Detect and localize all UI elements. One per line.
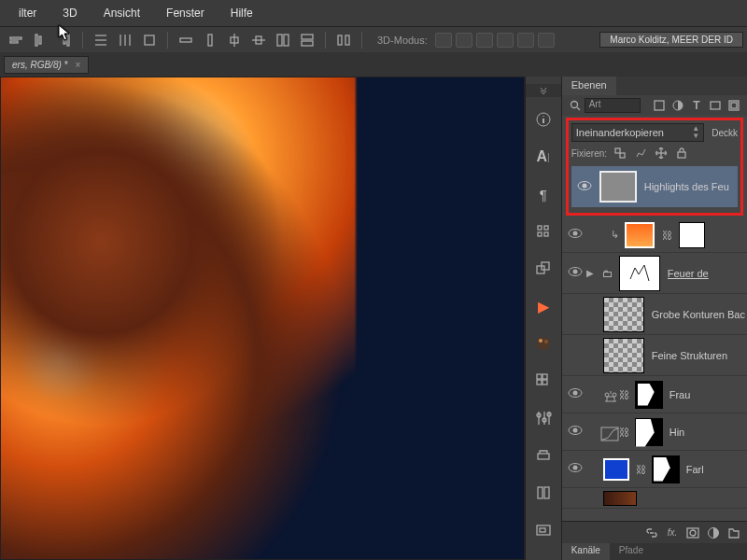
layer-thumbnail[interactable] — [603, 297, 644, 332]
group-icon[interactable] — [725, 524, 743, 542]
close-icon[interactable]: × — [75, 60, 80, 70]
link-icon[interactable]: ⛓ — [619, 389, 629, 400]
visibility-toggle[interactable] — [564, 228, 586, 242]
distribute-icon[interactable] — [333, 30, 354, 50]
swatches-icon[interactable] — [530, 368, 557, 394]
visibility-toggle[interactable] — [573, 180, 596, 194]
layer-name[interactable]: Frau — [669, 389, 691, 400]
layer-name[interactable]: Highlights des Feu — [644, 181, 729, 192]
expand-toggle[interactable]: ▶ — [586, 268, 599, 278]
layer-thumbnail[interactable] — [603, 458, 629, 481]
lock-pixels-icon[interactable] — [633, 146, 648, 161]
layer-mask[interactable] — [679, 222, 705, 248]
paragraph-icon[interactable]: ¶ — [530, 181, 557, 207]
3d-toggle-button[interactable] — [435, 33, 452, 48]
align-icon[interactable] — [30, 30, 50, 50]
align-icon[interactable] — [297, 30, 317, 50]
layer-thumbnail[interactable] — [599, 171, 637, 203]
adjustments-icon[interactable] — [530, 405, 557, 431]
layer-mask[interactable] — [635, 418, 663, 446]
lock-all-icon[interactable] — [674, 146, 689, 161]
workspace-button[interactable]: Marco Kolditz, MEER DER ID — [599, 32, 743, 48]
mask-icon[interactable] — [684, 524, 702, 542]
menu-view[interactable]: Ansicht — [91, 7, 153, 20]
layer-name[interactable]: Feuer de — [668, 268, 709, 279]
paths-tab[interactable]: Pfade — [610, 543, 653, 560]
3d-toggle-button[interactable] — [538, 33, 555, 48]
filter-shape-icon[interactable] — [707, 97, 724, 114]
layer-mask[interactable] — [635, 381, 663, 409]
distribute-icon[interactable] — [91, 30, 111, 50]
menu-help[interactable]: Hilfe — [218, 7, 266, 20]
layer-name[interactable]: Feine Strukturen — [652, 350, 727, 361]
layer-name[interactable]: Farl — [686, 464, 704, 475]
brush-icon[interactable] — [530, 218, 557, 245]
blend-mode-select[interactable]: Ineinanderkopieren ▲▼ — [571, 123, 705, 142]
navigator-icon[interactable] — [530, 517, 557, 543]
svg-rect-29 — [544, 226, 548, 230]
3d-toggle-button[interactable] — [456, 33, 472, 48]
menu-3d[interactable]: 3D — [49, 7, 90, 20]
3d-toggle-button[interactable] — [497, 33, 514, 48]
layer-thumbnail[interactable] — [625, 222, 655, 248]
align-icon[interactable] — [200, 30, 220, 50]
fx-icon[interactable]: fx. — [663, 524, 682, 542]
menu-window[interactable]: Fenster — [153, 7, 218, 20]
layer-row[interactable] — [562, 488, 747, 509]
layer-thumbnail[interactable] — [619, 256, 660, 291]
visibility-toggle[interactable] — [564, 462, 586, 476]
character-icon[interactable]: A| — [528, 144, 559, 170]
layer-row[interactable]: ▶ 🗀 Feuer de — [562, 253, 747, 294]
align-icon[interactable] — [273, 30, 293, 50]
layer-row[interactable]: ⛓ Frau — [562, 376, 747, 413]
link-layers-icon[interactable] — [642, 524, 661, 542]
layer-row[interactable]: ↳ ⛓ — [562, 217, 747, 253]
link-icon[interactable]: ⛓ — [619, 427, 629, 438]
canvas[interactable] — [0, 77, 525, 560]
3d-toggle-button[interactable] — [476, 33, 493, 48]
visibility-toggle[interactable] — [564, 425, 586, 439]
document-tab[interactable]: ers, RGB/8) * × — [4, 56, 89, 74]
layer-thumbnail[interactable] — [603, 491, 637, 506]
adjustment-layer-icon[interactable] — [704, 524, 723, 542]
distribute-icon[interactable] — [139, 30, 160, 50]
visibility-toggle[interactable] — [564, 387, 586, 401]
filter-smart-icon[interactable] — [726, 97, 742, 114]
link-icon[interactable]: ⛓ — [636, 464, 646, 475]
visibility-toggle[interactable] — [564, 266, 586, 280]
filter-pixel-icon[interactable] — [651, 97, 668, 114]
history-icon[interactable] — [530, 480, 557, 506]
layer-row[interactable]: ⛓ Hin — [562, 413, 747, 451]
menu-filter[interactable]: ilter — [6, 7, 49, 20]
info-icon[interactable] — [530, 106, 557, 133]
layers-tab[interactable]: Ebenen — [562, 77, 616, 95]
svg-rect-4 — [67, 35, 69, 46]
distribute-icon[interactable] — [115, 30, 135, 50]
align-icon[interactable] — [6, 30, 26, 50]
lock-transparency-icon[interactable] — [613, 146, 627, 161]
search-icon[interactable] — [567, 97, 584, 114]
align-icon[interactable] — [176, 30, 196, 50]
actions-play-icon[interactable]: ▶ — [530, 293, 557, 319]
lock-position-icon[interactable] — [654, 146, 669, 161]
align-icon[interactable] — [54, 30, 75, 50]
link-icon[interactable]: ⛓ — [662, 230, 672, 241]
channels-tab[interactable]: Kanäle — [562, 543, 610, 560]
layer-filter-select[interactable]: Art — [585, 98, 641, 113]
align-icon[interactable] — [224, 30, 245, 50]
collapse-icon[interactable] — [526, 84, 561, 97]
clone-source-icon[interactable] — [530, 256, 557, 282]
layer-row[interactable]: Feine Strukturen — [562, 335, 747, 376]
layer-name[interactable]: Hin — [669, 427, 685, 438]
styles-icon[interactable] — [530, 442, 557, 469]
align-icon[interactable] — [248, 30, 269, 50]
layer-row[interactable]: ⛓ Farl — [562, 451, 747, 488]
layer-name[interactable]: Grobe Konturen Bac — [652, 309, 745, 320]
filter-adjustment-icon[interactable] — [669, 97, 686, 114]
color-icon[interactable] — [530, 330, 557, 357]
layer-thumbnail[interactable] — [603, 338, 644, 373]
layer-row[interactable]: Grobe Konturen Bac — [562, 294, 747, 335]
layer-mask[interactable] — [652, 455, 680, 483]
3d-toggle-button[interactable] — [517, 33, 534, 48]
filter-type-icon[interactable]: T — [688, 97, 705, 114]
